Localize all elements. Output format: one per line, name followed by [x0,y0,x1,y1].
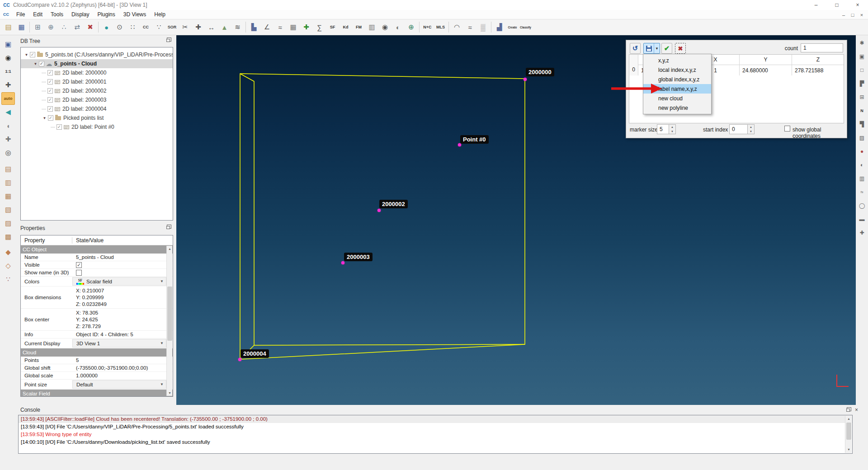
console-output[interactable]: [13:59:43] [ASCIIFilter::loadFile] Cloud… [18,415,853,454]
chevron-down-icon[interactable]: ▼ [160,382,164,386]
n-plus-c-button[interactable]: N+C [421,21,434,33]
mdi-restore-button[interactable]: □ [848,10,857,19]
view-iso-back-button[interactable]: ◇ [1,259,15,272]
chevron-down-icon[interactable]: ▼ [160,279,164,283]
tree-item-5-points-cloud[interactable]: ▼✓☁5_points - Cloud [21,59,173,68]
tree-checkbox[interactable]: ✓ [57,124,62,130]
corner-view-1-button[interactable]: ▛ [857,79,867,89]
tree-checkbox[interactable]: ✓ [47,97,53,103]
tools-extra-button[interactable]: ≋ [231,21,244,33]
menu-plugins[interactable]: Plugins [93,10,119,19]
tree-item-2d-label-2000002[interactable]: ✓2D label: 2000002 [21,86,173,95]
canupo-create-button[interactable]: Create [506,21,519,33]
minimize-button[interactable]: – [806,0,826,10]
scrollbar-thumb[interactable] [167,287,172,341]
checkbox[interactable]: ✓ [76,262,82,268]
view-iso-front-button[interactable]: ◆ [1,246,15,258]
console-float-button[interactable] [846,409,850,412]
circle-view-button[interactable]: ◯ [857,201,867,211]
scroll-up-icon[interactable]: ▲ [167,246,173,252]
expander-icon[interactable]: ▼ [33,62,38,66]
apply-transformation-button[interactable]: ⇄ [71,21,84,33]
wave-tool-button[interactable]: ≈ [463,21,476,33]
zoom-1-1-button[interactable]: 1:1 [1,65,15,78]
property-value-point-size[interactable]: Default▼ [72,380,166,389]
kd-tree-button[interactable]: Kd [339,21,352,33]
tree-item-2d-label-2000003[interactable]: ✓2D label: 2000003 [21,95,173,104]
statistics-button[interactable]: ∑ [313,21,326,33]
view-bottom-button[interactable]: ▩ [1,230,15,243]
property-value-current-display[interactable]: 3D View 1▼ [72,339,166,348]
hpr-button[interactable]: ▨ [857,133,867,143]
db-tree-float-button[interactable] [166,39,170,42]
config-button[interactable]: ✱ [857,38,867,48]
properties-scrollbar[interactable]: ▲ ▼ [166,246,172,396]
zoom-fit-button[interactable]: ✚ [1,79,15,91]
menu-3d-views[interactable]: 3D Views [119,10,150,19]
menu-option-x-y-z[interactable]: x,y,z [643,56,711,65]
rasterize-button[interactable]: ▦ [287,21,300,33]
sphere-button[interactable]: ● [100,21,113,33]
tree-checkbox[interactable]: ✓ [47,70,53,75]
tree-item-2d-label-2000004[interactable]: ✓2D label: 2000004 [21,104,173,113]
scroll-down-icon[interactable]: ▼ [845,446,852,453]
marker-size-spinner[interactable]: 5 ▲▼ [657,124,676,134]
point-label-2000002[interactable]: 2000002 [379,200,408,208]
properties-float-button[interactable] [166,226,170,229]
tree-item-2d-label-point-0[interactable]: ✓2D label: Point #0 [21,122,173,132]
view-front-button[interactable]: ▥ [1,176,15,189]
half-sphere-button[interactable]: ◐ [857,160,867,170]
menu-file[interactable]: File [12,10,29,19]
profile-button[interactable]: ≈ [274,21,287,33]
save-button[interactable] [644,43,654,53]
compute-octree-button[interactable]: ∷ [126,21,139,33]
add-constant-sf-button[interactable]: ✚ [300,21,313,33]
compute-cc-button[interactable]: CC [139,21,152,33]
screenshot-button[interactable]: ▣ [1,38,15,51]
sor-filter-button[interactable]: SOR [165,21,179,33]
console-close-icon[interactable]: × [855,407,858,413]
view-left-button[interactable]: ▦ [1,190,15,202]
tree-checkbox[interactable]: ✓ [39,61,44,66]
scrollbar-thumb[interactable] [846,423,851,440]
show-global-coordinates-checkbox[interactable] [784,126,790,132]
close-button[interactable]: × [847,0,868,10]
merge-button[interactable]: ⊕ [44,21,57,33]
bar-view-button[interactable]: ▬ [857,214,867,224]
menu-option-local-index-x-y-z[interactable]: local index,x,y,z [643,65,711,75]
clone-button[interactable]: ⊞ [31,21,44,33]
red-point-button[interactable]: ● [857,146,867,156]
property-value-colors[interactable]: SFScalar field▼ [72,277,166,286]
point-picking-button[interactable]: ⊙ [113,21,126,33]
spinner-arrows-icon[interactable]: ▲▼ [669,125,675,134]
menu-option-new-polyline[interactable]: new polyline [643,103,711,113]
previous-view-button[interactable]: ◀ [1,106,15,118]
stereo-mode-button[interactable]: ∵ [1,273,15,286]
segment-button[interactable]: ✂ [179,21,192,33]
scroll-down-icon[interactable]: ▼ [167,390,173,396]
camera-button[interactable]: ◉ [378,21,392,33]
open-button[interactable]: ▤ [2,21,15,33]
fullscreen-button[interactable]: □ [857,65,867,75]
expander-icon[interactable]: ▼ [24,53,29,57]
north-lock-button[interactable]: N [857,106,867,116]
tree-item-2d-label-2000000[interactable]: ✓2D label: 2000000 [21,68,173,77]
save-dropdown-arrow[interactable]: ▼ [654,43,660,53]
display-options-button[interactable]: ▣ [857,52,867,61]
translate-rotate-button[interactable]: ↔ [205,21,218,33]
mdi-minimize-button[interactable]: – [839,10,848,19]
fast-marching-button[interactable]: FM [352,21,365,33]
mdi-close-button[interactable]: × [857,10,866,19]
tree-checkbox[interactable]: ✓ [47,88,53,94]
export-button-group[interactable]: ▼ [643,43,660,54]
menu-help[interactable]: Help [150,10,170,19]
menu-tools[interactable]: Tools [47,10,67,19]
camera-settings-button[interactable]: ◉ [1,52,15,64]
checkbox[interactable] [76,270,82,276]
corner-view-2-button[interactable]: ▜ [857,119,867,129]
tree-item-5-points-txt-c-users-danny-vip-lidar-pre-processing[interactable]: ▼✓5_points.txt (C:/Users/danny/VIP_LiDAR… [21,50,173,59]
view-right-button[interactable]: ▨ [1,217,15,230]
render-sphere-button[interactable]: ◐ [392,21,405,33]
zoom-search-button[interactable]: ◎ [1,146,15,159]
console-scrollbar[interactable]: ▲ ▼ [845,416,852,453]
